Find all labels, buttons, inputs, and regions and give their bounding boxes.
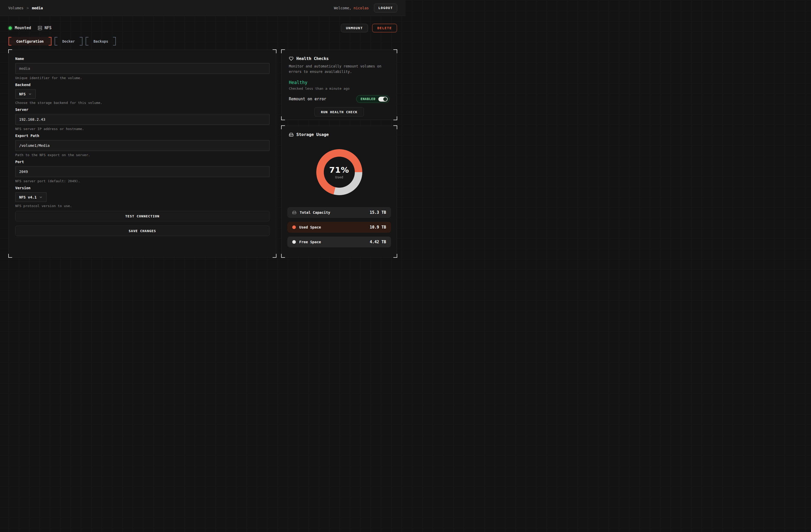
- mount-status: Mounted: [9, 26, 31, 30]
- port-input[interactable]: [15, 166, 270, 177]
- configuration-panel: Name Unique identifier for the volume. B…: [9, 50, 276, 257]
- used-space-row: Used Space 10.9 TB: [287, 222, 391, 233]
- hard-drive-icon: [289, 132, 293, 137]
- tab-backups[interactable]: Backups: [86, 37, 116, 46]
- corner-bracket: [273, 49, 276, 53]
- breadcrumb-separator: >: [27, 6, 29, 10]
- tab-configuration[interactable]: Configuration: [9, 37, 51, 46]
- name-field-group: Name Unique identifier for the volume.: [15, 57, 270, 80]
- tab-docker[interactable]: Docker: [55, 37, 83, 46]
- server-input[interactable]: [15, 114, 270, 125]
- version-label: Version: [15, 186, 270, 190]
- total-capacity-value: 15.3 TB: [370, 210, 386, 215]
- version-help: NFS protocol version to use.: [15, 204, 270, 208]
- breadcrumb: Volumes > media: [8, 6, 43, 10]
- export-path-input[interactable]: [15, 140, 270, 151]
- unmount-button[interactable]: UNMOUNT: [341, 24, 368, 32]
- name-input[interactable]: [15, 63, 270, 74]
- free-space-dot-icon: [292, 240, 296, 244]
- backend-label: Backend: [15, 83, 270, 87]
- hard-drive-icon: [292, 210, 296, 215]
- status-row: Mounted NFS UNMOUNT DELETE: [9, 23, 397, 33]
- free-space-value: 4.42 TB: [370, 240, 386, 244]
- save-changes-button[interactable]: SAVE CHANGES: [15, 226, 270, 236]
- remount-toggle-state: ENABLED: [361, 97, 376, 101]
- name-help: Unique identifier for the volume.: [15, 76, 270, 80]
- corner-bracket: [281, 125, 285, 129]
- name-label: Name: [15, 57, 270, 61]
- backend-select[interactable]: NFS: [15, 89, 36, 99]
- export-path-field-group: Export Path Path to the NFS export on th…: [15, 134, 270, 157]
- total-capacity-row: Total Capacity 15.3 TB: [287, 207, 391, 218]
- corner-bracket: [281, 116, 285, 120]
- chevron-down-icon: [28, 92, 32, 96]
- health-checks-panel: Health Checks Monitor and automatically …: [281, 50, 397, 120]
- backend-badge-label: NFS: [45, 26, 51, 30]
- health-checks-description: Monitor and automatically remount volume…: [289, 64, 389, 75]
- corner-bracket: [281, 254, 285, 258]
- remount-toggle[interactable]: ENABLED: [356, 95, 389, 103]
- backend-field-group: Backend NFS Choose the storage backend f…: [15, 83, 270, 105]
- corner-bracket: [393, 49, 397, 53]
- used-space-value: 10.9 TB: [370, 225, 386, 230]
- corner-bracket: [8, 254, 12, 258]
- port-field-group: Port NFS server port (default: 2049).: [15, 160, 270, 183]
- username: nicolas: [353, 6, 369, 10]
- export-path-help: Path to the NFS export on the server.: [15, 153, 270, 157]
- used-percent-caption: Used: [335, 175, 343, 179]
- port-label: Port: [15, 160, 270, 164]
- corner-bracket: [393, 125, 397, 129]
- health-status-text: Healthy: [289, 80, 389, 85]
- storage-usage-panel: Storage Usage 71% Used: [281, 126, 397, 257]
- backend-help: Choose the storage backend for this volu…: [15, 101, 270, 105]
- logout-button[interactable]: LOGOUT: [374, 4, 397, 12]
- used-percent-value: 71%: [329, 165, 349, 174]
- server-label: Server: [15, 108, 270, 112]
- corner-bracket: [393, 116, 397, 120]
- mounted-status-dot-icon: [9, 26, 12, 30]
- server-field-group: Server NFS server IP address or hostname…: [15, 108, 270, 131]
- corner-bracket: [393, 254, 397, 258]
- mount-status-label: Mounted: [15, 26, 31, 30]
- used-space-label: Used Space: [299, 225, 366, 229]
- delete-button[interactable]: DELETE: [372, 24, 397, 32]
- storage-donut-chart: 71% Used: [316, 149, 362, 195]
- used-space-dot-icon: [292, 225, 296, 229]
- storage-usage-title: Storage Usage: [296, 132, 329, 137]
- test-connection-button[interactable]: TEST CONNECTION: [15, 211, 270, 221]
- tab-bar: Configuration Docker Backups: [9, 37, 397, 46]
- topbar: Volumes > media Welcome, nicolas LOGOUT: [0, 0, 406, 16]
- corner-bracket: [281, 49, 285, 53]
- server-icon: [38, 26, 42, 30]
- heart-icon: [289, 56, 293, 61]
- server-help: NFS server IP address or hostname.: [15, 127, 270, 131]
- corner-bracket: [8, 49, 12, 53]
- version-select[interactable]: NFS v4.1: [15, 192, 47, 202]
- total-capacity-label: Total Capacity: [300, 210, 366, 215]
- breadcrumb-volumes-link[interactable]: Volumes: [8, 6, 24, 10]
- export-path-label: Export Path: [15, 134, 270, 138]
- backend-badge: NFS: [38, 26, 51, 30]
- free-space-label: Free Space: [299, 240, 366, 244]
- chevron-down-icon: [39, 195, 43, 199]
- health-checks-title: Health Checks: [296, 56, 329, 61]
- run-health-check-button[interactable]: RUN HEALTH CHECK: [315, 107, 364, 116]
- breadcrumb-current: media: [32, 6, 43, 10]
- storage-donut-center: 71% Used: [324, 157, 355, 188]
- welcome-text: Welcome, nicolas: [334, 6, 369, 10]
- free-space-row: Free Space 4.42 TB: [287, 236, 391, 247]
- backend-select-value: NFS: [19, 92, 26, 96]
- version-field-group: Version NFS v4.1 NFS protocol version to…: [15, 186, 270, 208]
- toggle-switch-icon: [378, 97, 388, 101]
- health-last-checked: Checked less than a minute ago: [289, 87, 389, 91]
- version-select-value: NFS v4.1: [19, 195, 36, 199]
- toggle-knob-icon: [383, 97, 387, 101]
- corner-bracket: [273, 254, 276, 258]
- remount-on-error-label: Remount on error: [289, 97, 326, 101]
- port-help: NFS server port (default: 2049).: [15, 179, 270, 183]
